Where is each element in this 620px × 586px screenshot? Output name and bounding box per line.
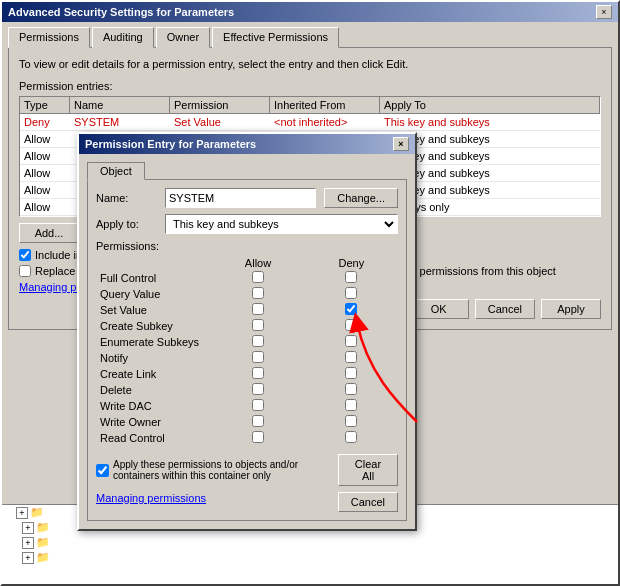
perm-deny-cell xyxy=(305,366,398,382)
perm-row-write-owner: Write Owner xyxy=(96,414,398,430)
perm-allow-checkbox[interactable] xyxy=(252,271,264,283)
perm-row-create-link: Create Link xyxy=(96,366,398,382)
perm-deny-cell xyxy=(305,318,398,334)
perm-deny-checkbox[interactable] xyxy=(345,335,357,347)
perm-deny-checkbox[interactable] xyxy=(345,319,357,331)
apply-to-row: Apply to: This key and subkeys xyxy=(96,214,398,234)
perm-allow-cell xyxy=(211,414,304,430)
perm-deny-checkbox[interactable] xyxy=(345,415,357,427)
perm-allow-cell xyxy=(211,350,304,366)
dialog-close-button[interactable]: × xyxy=(393,137,409,151)
apply-permissions-label: Apply these permissions to objects and/o… xyxy=(113,459,332,481)
permissions-label: Permissions: xyxy=(96,240,398,252)
perm-deny-checkbox[interactable] xyxy=(345,303,357,315)
perm-deny-cell xyxy=(305,414,398,430)
perm-allow-checkbox[interactable] xyxy=(252,383,264,395)
perm-deny-checkbox[interactable] xyxy=(345,271,357,283)
permission-entry-dialog: Permission Entry for Parameters × Object… xyxy=(77,132,417,531)
perm-allow-cell xyxy=(211,382,304,398)
perm-deny-cell xyxy=(305,398,398,414)
perm-row-create-subkey: Create Subkey xyxy=(96,318,398,334)
dialog-bottom-row: Managing permissions Cancel xyxy=(96,492,398,512)
perm-allow-cell xyxy=(211,302,304,318)
apply-permissions-checkbox[interactable] xyxy=(96,464,109,477)
perm-allow-cell xyxy=(211,270,304,286)
perm-allow-checkbox[interactable] xyxy=(252,431,264,443)
dialog-tab-bar: Object xyxy=(87,162,407,180)
perm-allow-checkbox[interactable] xyxy=(252,303,264,315)
name-row: Name: SYSTEM Change... xyxy=(96,188,398,208)
perm-row-full-control: Full Control xyxy=(96,270,398,286)
dialog-title-text: Permission Entry for Parameters xyxy=(85,138,256,150)
perm-allow-cell xyxy=(211,334,304,350)
perm-row-write-dac: Write DAC xyxy=(96,398,398,414)
col-header-permission xyxy=(96,256,211,270)
dialog-tab-object[interactable]: Object xyxy=(87,162,145,180)
col-header-allow: Allow xyxy=(211,256,304,270)
apply-to-label: Apply to: xyxy=(96,218,161,230)
perm-deny-cell xyxy=(305,430,398,446)
perm-allow-cell xyxy=(211,430,304,446)
dialog-body: Object Name: SYSTEM Change... Apply to: … xyxy=(79,154,415,529)
perm-row-enumerate-subkeys: Enumerate Subkeys xyxy=(96,334,398,350)
perm-allow-checkbox[interactable] xyxy=(252,287,264,299)
change-button[interactable]: Change... xyxy=(324,188,398,208)
perm-deny-checkbox[interactable] xyxy=(345,367,357,379)
perm-deny-cell xyxy=(305,334,398,350)
perm-allow-checkbox[interactable] xyxy=(252,335,264,347)
perm-name: Create Subkey xyxy=(96,318,211,334)
dialog-cancel-button[interactable]: Cancel xyxy=(338,492,398,512)
dialog-action-buttons: Cancel xyxy=(338,492,398,512)
dialog-footer: Apply these permissions to objects and/o… xyxy=(96,454,398,486)
perm-row-read-control: Read Control xyxy=(96,430,398,446)
perm-allow-cell xyxy=(211,318,304,334)
perm-row-delete: Delete xyxy=(96,382,398,398)
perm-deny-checkbox[interactable] xyxy=(345,431,357,443)
perm-deny-checkbox[interactable] xyxy=(345,383,357,395)
apply-to-select[interactable]: This key and subkeys xyxy=(165,214,398,234)
perm-deny-cell xyxy=(305,270,398,286)
perm-name: Create Link xyxy=(96,366,211,382)
perm-deny-cell xyxy=(305,302,398,318)
perm-row-query-value: Query Value xyxy=(96,286,398,302)
name-input[interactable]: SYSTEM xyxy=(165,188,316,208)
perm-deny-cell xyxy=(305,350,398,366)
perm-allow-checkbox[interactable] xyxy=(252,351,264,363)
perm-name: Query Value xyxy=(96,286,211,302)
perm-deny-checkbox[interactable] xyxy=(345,399,357,411)
dialog-managing-link[interactable]: Managing permissions xyxy=(96,492,206,512)
perm-deny-cell xyxy=(305,286,398,302)
perm-row-notify: Notify xyxy=(96,350,398,366)
perm-name: Enumerate Subkeys xyxy=(96,334,211,350)
perm-allow-checkbox[interactable] xyxy=(252,367,264,379)
dialog-title-bar: Permission Entry for Parameters × xyxy=(79,134,415,154)
perm-allow-checkbox[interactable] xyxy=(252,319,264,331)
dialog-tab-content: Name: SYSTEM Change... Apply to: This ke… xyxy=(87,179,407,521)
perm-name: Notify xyxy=(96,350,211,366)
perm-deny-cell xyxy=(305,382,398,398)
col-header-deny: Deny xyxy=(305,256,398,270)
main-window: Advanced Security Settings for Parameter… xyxy=(0,0,620,586)
dialog-overlay: Permission Entry for Parameters × Object… xyxy=(2,2,618,584)
perm-allow-cell xyxy=(211,398,304,414)
perm-name: Read Control xyxy=(96,430,211,446)
perm-allow-cell xyxy=(211,286,304,302)
perm-deny-checkbox[interactable] xyxy=(345,351,357,363)
perm-row-set-value: Set Value xyxy=(96,302,398,318)
perm-allow-checkbox[interactable] xyxy=(252,399,264,411)
perm-allow-checkbox[interactable] xyxy=(252,415,264,427)
perm-name: Full Control xyxy=(96,270,211,286)
apply-checkbox-row: Apply these permissions to objects and/o… xyxy=(96,454,332,486)
perm-name: Write DAC xyxy=(96,398,211,414)
permissions-section: Permissions: Allow Deny xyxy=(96,240,398,446)
perm-name: Write Owner xyxy=(96,414,211,430)
permissions-grid: Allow Deny Full Control xyxy=(96,256,398,446)
perm-name: Set Value xyxy=(96,302,211,318)
perm-allow-cell xyxy=(211,366,304,382)
perm-name: Delete xyxy=(96,382,211,398)
clear-all-button[interactable]: Clear All xyxy=(338,454,398,486)
perm-deny-checkbox[interactable] xyxy=(345,287,357,299)
name-label: Name: xyxy=(96,192,161,204)
